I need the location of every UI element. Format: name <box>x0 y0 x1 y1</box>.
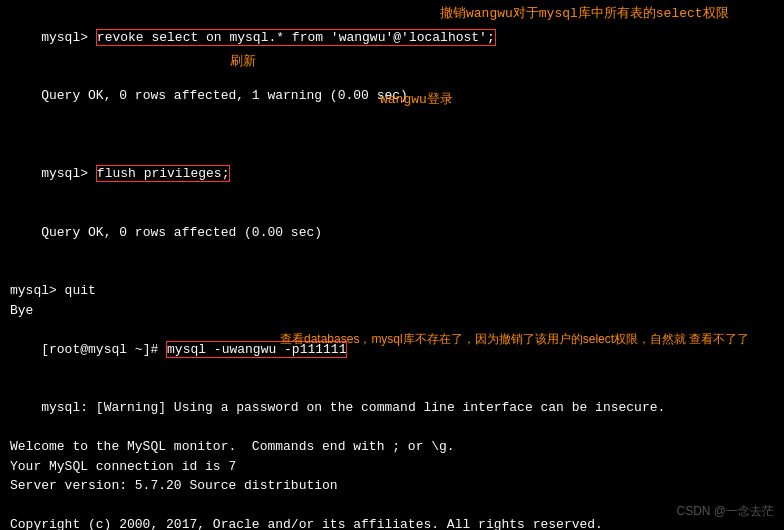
prompt-1: mysql> <box>41 30 96 45</box>
annotation-login: wangwu登录 <box>380 90 453 108</box>
flush-cmd: flush privileges; <box>96 165 231 182</box>
line-quit: mysql> quit <box>10 281 774 301</box>
version-text: Server version: 5.7.20 Source distributi… <box>10 478 338 493</box>
watermark: CSDN @一念去茫 <box>676 503 774 520</box>
blank-2 <box>10 262 774 282</box>
root-prompt: [root@mysql ~]# <box>41 342 166 357</box>
blank-3 <box>10 496 774 516</box>
line-bye: Bye <box>10 301 774 321</box>
line-root-login: [root@mysql ~]# mysql -uwangwu -p111111 <box>10 320 774 379</box>
terminal: mysql> revoke select on mysql.* from 'wa… <box>0 0 784 530</box>
line-welcome: Welcome to the MySQL monitor. Commands e… <box>10 437 774 457</box>
prompt-2: mysql> <box>41 166 96 181</box>
annotation-revoke: 撤销wangwu对于mysql库中所有表的select权限 <box>440 4 729 22</box>
line-connid: Your MySQL connection id is 7 <box>10 457 774 477</box>
copyright-text: Copyright (c) 2000, 2017, Oracle and/or … <box>10 517 603 530</box>
line-version: Server version: 5.7.20 Source distributi… <box>10 476 774 496</box>
quit-text: mysql> quit <box>10 283 96 298</box>
annotation-flush: 刷新 <box>230 52 256 70</box>
blank-1 <box>10 125 774 145</box>
warning-text: mysql: [Warning] Using a password on the… <box>41 400 665 415</box>
line-flush: mysql> flush privileges; <box>10 145 774 204</box>
line-flush-output: Query OK, 0 rows affected (0.00 sec) <box>10 203 774 262</box>
line-copyright: Copyright (c) 2000, 2017, Oracle and/or … <box>10 515 774 530</box>
revoke-cmd: revoke select on mysql.* from 'wangwu'@'… <box>96 29 496 46</box>
line-warning: mysql: [Warning] Using a password on the… <box>10 379 774 438</box>
welcome-text: Welcome to the MySQL monitor. Commands e… <box>10 439 455 454</box>
conn-id-text: Your MySQL connection id is 7 <box>10 459 236 474</box>
flush-result: Query OK, 0 rows affected (0.00 sec) <box>41 225 322 240</box>
bye-text: Bye <box>10 303 33 318</box>
revoke-result: Query OK, 0 rows affected, 1 warning (0.… <box>41 88 408 103</box>
annotation-showdb: 查看databases，mysql库不存在了，因为撤销了该用户的select权限… <box>280 330 749 348</box>
